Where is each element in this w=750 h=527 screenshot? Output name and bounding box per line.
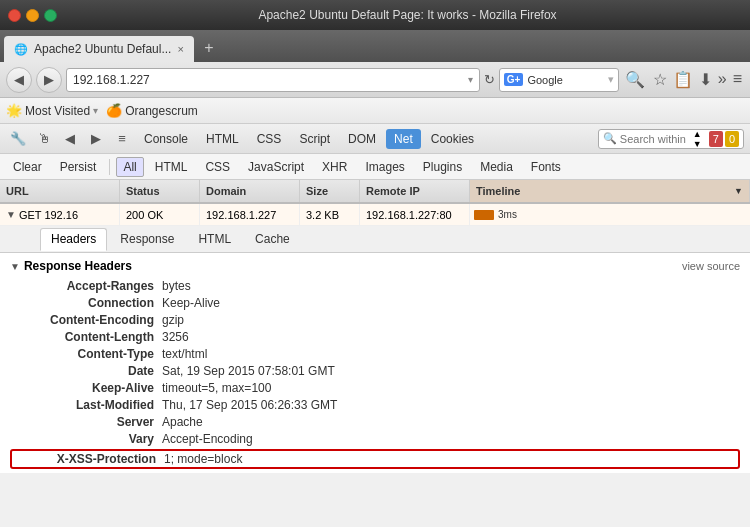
response-headers-section[interactable]: ▼ Response Headers view source — [10, 259, 740, 273]
menu-icon[interactable]: ≡ — [731, 68, 744, 91]
header-name: Keep-Alive — [22, 381, 162, 395]
sub-tab-headers[interactable]: Headers — [40, 228, 107, 251]
reload-button[interactable]: ↻ — [484, 72, 495, 87]
response-header-row: DateSat, 19 Sep 2015 07:58:01 GMT — [10, 364, 740, 378]
collapse-icon[interactable]: ▼ — [10, 261, 20, 272]
response-header-row: Last-ModifiedThu, 17 Sep 2015 06:26:33 G… — [10, 398, 740, 412]
response-header-row: ServerApache — [10, 415, 740, 429]
tab-cookies[interactable]: Cookies — [423, 129, 482, 149]
row-remoteip: 192.168.1.227:80 — [360, 204, 470, 225]
navigation-bar: ◀ ▶ 192.168.1.227 ▾ ↻ G+ Google ▾ 🔍 ☆ 📋 … — [0, 62, 750, 98]
close-button[interactable] — [8, 9, 21, 22]
header-value: gzip — [162, 313, 184, 327]
google-label: Google — [527, 74, 562, 86]
most-visited-dropdown[interactable]: ▾ — [93, 105, 98, 116]
filter-media[interactable]: Media — [473, 157, 520, 177]
response-header-row: ConnectionKeep-Alive — [10, 296, 740, 310]
search-up-arrow[interactable]: ▲ — [693, 129, 702, 139]
devtools-menu-icon[interactable]: ≡ — [110, 127, 134, 151]
most-visited-icon: 🌟 — [6, 103, 22, 118]
header-timeline[interactable]: Timeline ▼ — [470, 180, 750, 202]
view-source-link[interactable]: view source — [682, 260, 740, 272]
tab-favicon: 🌐 — [14, 43, 28, 56]
timeline-label: 3ms — [498, 209, 517, 220]
minimize-button[interactable] — [26, 9, 39, 22]
url-text: 192.168.1.227 — [73, 73, 464, 87]
header-status[interactable]: Status — [120, 180, 200, 202]
titlebar: Apache2 Ubuntu Default Page: It works - … — [0, 0, 750, 30]
response-header-row: Content-Length3256 — [10, 330, 740, 344]
tab-script[interactable]: Script — [291, 129, 338, 149]
browser-tab[interactable]: 🌐 Apache2 Ubuntu Defaul... × — [4, 36, 194, 62]
tab-dom[interactable]: DOM — [340, 129, 384, 149]
back-button[interactable]: ◀ — [6, 67, 32, 93]
devtools-search-input[interactable] — [620, 133, 690, 145]
filter-xhr[interactable]: XHR — [315, 157, 354, 177]
header-size[interactable]: Size — [300, 180, 360, 202]
filter-plugins[interactable]: Plugins — [416, 157, 469, 177]
sub-tab-response[interactable]: Response — [109, 228, 185, 250]
filter-html[interactable]: HTML — [148, 157, 195, 177]
tab-close-button[interactable]: × — [177, 43, 183, 55]
url-bar[interactable]: 192.168.1.227 ▾ — [66, 68, 480, 92]
row-url[interactable]: ▼ GET 192.16 — [0, 204, 120, 225]
header-name: Content-Type — [22, 347, 162, 361]
header-url[interactable]: URL — [0, 180, 120, 202]
maximize-button[interactable] — [44, 9, 57, 22]
search-dropdown[interactable]: ▾ — [608, 73, 614, 86]
header-name: Content-Encoding — [22, 313, 162, 327]
sub-tab-html[interactable]: HTML — [187, 228, 242, 250]
more-tools-icon[interactable]: » — [716, 68, 729, 91]
devtools-forward-icon[interactable]: ▶ — [84, 127, 108, 151]
filter-all[interactable]: All — [116, 157, 143, 177]
tab-console[interactable]: Console — [136, 129, 196, 149]
header-value: text/html — [162, 347, 207, 361]
header-value: 3256 — [162, 330, 189, 344]
table-row[interactable]: ▼ GET 192.16 200 OK 192.168.1.227 3.2 KB… — [0, 204, 750, 226]
tab-css[interactable]: CSS — [249, 129, 290, 149]
header-domain[interactable]: Domain — [200, 180, 300, 202]
new-tab-button[interactable]: + — [198, 37, 220, 59]
row-url-text: GET 192.16 — [19, 209, 78, 221]
header-name: X-XSS-Protection — [24, 452, 164, 466]
tab-html[interactable]: HTML — [198, 129, 247, 149]
search-down-arrow[interactable]: ▼ — [693, 139, 702, 149]
sub-tab-cache[interactable]: Cache — [244, 228, 301, 250]
filter-fonts[interactable]: Fonts — [524, 157, 568, 177]
filter-javascript[interactable]: JavaScript — [241, 157, 311, 177]
devtools-search[interactable]: 🔍 ▲ ▼ 7 0 — [598, 129, 744, 149]
google-icon: G+ — [504, 73, 524, 86]
google-search-bar[interactable]: G+ Google ▾ — [499, 68, 619, 92]
filter-images[interactable]: Images — [358, 157, 411, 177]
net-table-header: URL Status Domain Size Remote IP Timelin… — [0, 180, 750, 204]
most-visited-bookmark[interactable]: 🌟 Most Visited ▾ — [6, 103, 98, 118]
warning-count-button[interactable]: 0 — [725, 131, 739, 147]
devtools-back-icon[interactable]: ◀ — [58, 127, 82, 151]
header-value: 1; mode=block — [164, 452, 242, 466]
tab-net[interactable]: Net — [386, 129, 421, 149]
url-dropdown-arrow[interactable]: ▾ — [468, 74, 473, 85]
sort-arrow[interactable]: ▼ — [734, 186, 743, 196]
error-count-button[interactable]: 7 — [709, 131, 723, 147]
bookmarks-icon[interactable]: 📋 — [671, 68, 695, 91]
navbar-icons: ☆ 📋 ⬇ » ≡ — [651, 68, 744, 91]
orangescrum-icon: 🍊 — [106, 103, 122, 118]
section-title: Response Headers — [24, 259, 132, 273]
persist-button[interactable]: Persist — [53, 157, 104, 177]
orangescrum-bookmark[interactable]: 🍊 Orangescrum — [106, 103, 198, 118]
inspect-icon[interactable]: 🔧 — [6, 127, 30, 151]
response-header-row: Content-Typetext/html — [10, 347, 740, 361]
pointer-icon[interactable]: 🖱 — [32, 127, 56, 151]
row-size: 3.2 KB — [300, 204, 360, 225]
filter-css[interactable]: CSS — [198, 157, 237, 177]
bookmark-star-icon[interactable]: ☆ — [651, 68, 669, 91]
search-icon[interactable]: 🔍 — [623, 68, 647, 91]
forward-button[interactable]: ▶ — [36, 67, 62, 93]
net-filter-toolbar: Clear Persist All HTML CSS JavaScript XH… — [0, 154, 750, 180]
header-remoteip[interactable]: Remote IP — [360, 180, 470, 202]
sub-tabs-bar: Headers Response HTML Cache — [0, 226, 750, 253]
row-expand-icon[interactable]: ▼ — [6, 209, 16, 220]
download-icon[interactable]: ⬇ — [697, 68, 714, 91]
clear-button[interactable]: Clear — [6, 157, 49, 177]
header-name: Content-Length — [22, 330, 162, 344]
